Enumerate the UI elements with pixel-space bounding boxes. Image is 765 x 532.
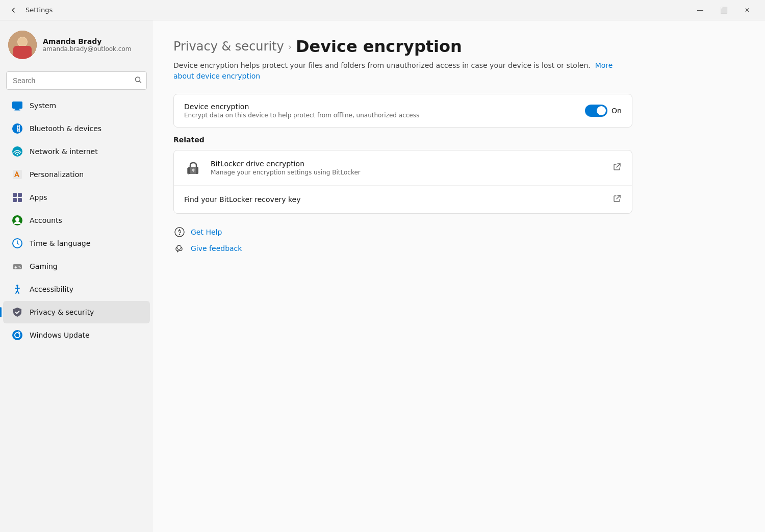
sidebar-item-apps[interactable]: Apps bbox=[3, 186, 150, 209]
bluetooth-icon bbox=[11, 122, 23, 135]
sidebar-item-accessibility[interactable]: Accessibility bbox=[3, 278, 150, 300]
bitlocker-row[interactable]: BitLocker drive encryption Manage your e… bbox=[174, 150, 632, 186]
give-feedback-link[interactable]: Give feedback bbox=[173, 242, 745, 255]
svg-point-35 bbox=[177, 245, 181, 249]
svg-point-34 bbox=[179, 234, 180, 235]
avatar-image bbox=[8, 31, 37, 59]
main-layout: Amanda Brady amanda.brady@outlook.com bbox=[0, 20, 765, 532]
setting-title: Device encryption bbox=[184, 103, 585, 111]
svg-point-27 bbox=[12, 330, 22, 340]
bitlocker-desc: Manage your encryption settings using Bi… bbox=[211, 169, 613, 176]
system-icon bbox=[11, 99, 23, 112]
svg-rect-31 bbox=[193, 170, 194, 172]
sidebar-item-label: Gaming bbox=[30, 262, 58, 270]
sidebar-item-personalization[interactable]: Personalization bbox=[3, 163, 150, 186]
sidebar-item-label: Windows Update bbox=[30, 331, 90, 339]
sidebar-item-system[interactable]: System bbox=[3, 94, 150, 117]
close-button[interactable]: ✕ bbox=[735, 2, 759, 18]
sidebar-item-bluetooth[interactable]: Bluetooth & devices bbox=[3, 117, 150, 140]
help-links: Get Help Give feedback bbox=[173, 226, 745, 255]
svg-rect-16 bbox=[18, 198, 22, 202]
page-description: Device encryption helps protect your fil… bbox=[173, 60, 617, 82]
sidebar-nav: System Bluetooth & devices bbox=[0, 94, 153, 347]
sidebar-item-label: System bbox=[30, 102, 56, 110]
sidebar-item-label: Apps bbox=[30, 193, 47, 201]
encryption-toggle[interactable] bbox=[585, 105, 607, 117]
time-icon bbox=[11, 237, 23, 249]
breadcrumb-separator: › bbox=[288, 41, 292, 52]
titlebar: Settings — ⬜ ✕ bbox=[0, 0, 765, 20]
search-box bbox=[6, 71, 147, 90]
bitlocker-title: BitLocker drive encryption bbox=[211, 160, 613, 168]
back-button[interactable] bbox=[6, 3, 20, 17]
svg-point-11 bbox=[17, 154, 18, 156]
breadcrumb-parent[interactable]: Privacy & security bbox=[173, 39, 284, 54]
sidebar-item-label: Personalization bbox=[30, 170, 84, 179]
bitlocker-external-icon bbox=[613, 162, 622, 173]
give-feedback-icon bbox=[173, 242, 186, 255]
setting-text: Device encryption Encrypt data on this d… bbox=[184, 103, 585, 119]
avatar bbox=[8, 31, 37, 59]
toggle-label: On bbox=[611, 107, 622, 115]
search-input[interactable] bbox=[6, 71, 147, 90]
apps-icon bbox=[11, 191, 23, 204]
svg-point-18 bbox=[15, 217, 19, 221]
app-title: Settings bbox=[26, 6, 683, 14]
sidebar-item-privacy[interactable]: Privacy & security bbox=[3, 301, 150, 323]
svg-point-3 bbox=[18, 37, 27, 46]
svg-rect-14 bbox=[18, 193, 22, 197]
main-setting-card: Device encryption Encrypt data on this d… bbox=[173, 94, 632, 128]
sidebar-item-update[interactable]: Windows Update bbox=[3, 324, 150, 346]
network-icon bbox=[11, 145, 23, 158]
get-help-link[interactable]: Get Help bbox=[173, 226, 745, 238]
accounts-icon bbox=[11, 214, 23, 226]
content-area: Privacy & security › Device encryption D… bbox=[153, 20, 765, 532]
sidebar-item-network[interactable]: Network & internet bbox=[3, 140, 150, 163]
accessibility-icon bbox=[11, 283, 23, 295]
personalization-icon bbox=[11, 168, 23, 181]
related-section-title: Related bbox=[173, 136, 745, 144]
recovery-key-row[interactable]: Find your BitLocker recovery key bbox=[174, 186, 632, 213]
sidebar-item-time[interactable]: Time & language bbox=[3, 232, 150, 255]
recovery-key-text: Find your BitLocker recovery key bbox=[184, 195, 613, 204]
sidebar-item-gaming[interactable]: Gaming bbox=[3, 255, 150, 277]
restore-button[interactable]: ⬜ bbox=[712, 2, 735, 18]
breadcrumb: Privacy & security › Device encryption bbox=[173, 37, 745, 56]
recovery-key-external-icon bbox=[613, 194, 622, 205]
user-info: Amanda Brady amanda.brady@outlook.com bbox=[43, 37, 131, 53]
related-card: BitLocker drive encryption Manage your e… bbox=[173, 150, 632, 214]
window-controls: — ⬜ ✕ bbox=[688, 2, 759, 18]
svg-rect-8 bbox=[14, 110, 20, 111]
setting-description: Encrypt data on this device to help prot… bbox=[184, 112, 585, 119]
sidebar-item-label: Bluetooth & devices bbox=[30, 124, 101, 133]
svg-point-32 bbox=[175, 227, 184, 237]
svg-rect-13 bbox=[13, 193, 17, 197]
sidebar-item-label: Accessibility bbox=[30, 285, 73, 293]
bitlocker-text: BitLocker drive encryption Manage your e… bbox=[211, 160, 613, 176]
get-help-icon bbox=[173, 226, 186, 238]
update-icon bbox=[11, 329, 23, 341]
user-profile[interactable]: Amanda Brady amanda.brady@outlook.com bbox=[0, 20, 153, 69]
svg-point-25 bbox=[20, 267, 21, 268]
give-feedback-label: Give feedback bbox=[191, 244, 242, 252]
device-encryption-row: Device encryption Encrypt data on this d… bbox=[174, 94, 632, 127]
svg-point-24 bbox=[19, 266, 20, 267]
svg-rect-6 bbox=[12, 102, 22, 109]
user-email: amanda.brady@outlook.com bbox=[43, 45, 131, 53]
page-title: Device encryption bbox=[296, 37, 462, 56]
sidebar-item-label: Accounts bbox=[30, 216, 62, 224]
minimize-button[interactable]: — bbox=[688, 2, 712, 18]
svg-rect-15 bbox=[13, 198, 17, 202]
sidebar-item-label: Privacy & security bbox=[30, 308, 94, 316]
svg-rect-4 bbox=[13, 46, 32, 59]
get-help-label: Get Help bbox=[191, 228, 222, 236]
sidebar-item-accounts[interactable]: Accounts bbox=[3, 209, 150, 232]
recovery-key-title: Find your BitLocker recovery key bbox=[184, 195, 613, 204]
gaming-icon bbox=[11, 260, 23, 272]
toggle-control: On bbox=[585, 105, 622, 117]
user-name: Amanda Brady bbox=[43, 37, 131, 45]
sidebar-item-label: Network & internet bbox=[30, 147, 98, 156]
bitlocker-icon bbox=[184, 159, 202, 177]
svg-rect-21 bbox=[13, 264, 22, 269]
privacy-icon bbox=[11, 306, 23, 318]
